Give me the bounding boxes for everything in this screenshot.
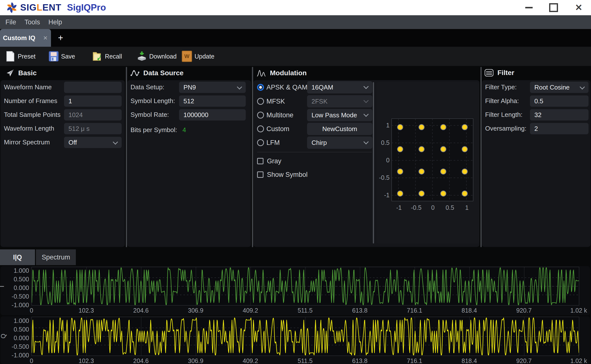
filter-length-label: Filter Length: xyxy=(485,111,523,119)
qam-type-select[interactable]: 16QAM xyxy=(307,81,372,93)
title-bar: SIGLENT SigIQPro ✕ xyxy=(0,0,591,15)
chevron-down-icon xyxy=(113,139,118,145)
oversampling-input[interactable]: 2 xyxy=(530,123,589,134)
data-source-icon xyxy=(131,69,139,77)
mfsk-radio-label: MFSK xyxy=(266,98,285,105)
i_trace-y-tick: 0.000 xyxy=(0,284,29,291)
i_trace-x-tick: 716.1 xyxy=(400,307,429,314)
menu-tools[interactable]: Tools xyxy=(25,18,40,26)
maximize-button[interactable] xyxy=(545,0,562,15)
filter-type-label: Filter Type: xyxy=(485,83,517,91)
number-of-frames-input[interactable]: 1 xyxy=(64,95,122,107)
q_trace-x-tick: 818.4 xyxy=(455,357,484,364)
multitone-radio[interactable] xyxy=(257,112,264,119)
constellation-point xyxy=(419,191,424,196)
update-button[interactable]: W Update xyxy=(182,47,214,66)
modulation-scrollbar[interactable] xyxy=(373,82,374,243)
save-button[interactable]: Save xyxy=(49,47,75,66)
brand-wordmark: SIGLENT xyxy=(20,2,61,13)
panel-splitter[interactable] xyxy=(252,67,253,247)
show-symbol-checkbox-label: Show Symbol xyxy=(267,171,308,179)
menu-help[interactable]: Help xyxy=(49,18,62,26)
waveform-length-value: 512 μ s xyxy=(64,123,122,134)
oversampling-label: Oversampling: xyxy=(485,125,526,132)
constellation-point xyxy=(462,191,467,196)
i_trace-x-tick: 0 xyxy=(17,307,46,314)
i_trace-x-tick: 818.4 xyxy=(455,307,484,314)
download-device-icon xyxy=(137,51,147,62)
mirror-spectrum-select[interactable]: Off xyxy=(64,137,122,148)
mfsk-radio[interactable] xyxy=(257,98,264,105)
constellation-x-tick: -1 xyxy=(389,204,409,211)
toolbar: Preset Save Recall Download W Update xyxy=(0,47,591,66)
filter-icon xyxy=(485,69,493,76)
symbol-length-input[interactable]: 512 xyxy=(179,95,246,107)
bits-per-symbol-label: Bits per Symbol: xyxy=(131,126,177,134)
mfsk-type-select: 2FSK xyxy=(307,95,372,107)
close-button[interactable]: ✕ xyxy=(570,0,587,15)
tab-spectrum[interactable]: Spectrum xyxy=(36,249,76,265)
preset-button[interactable]: Preset xyxy=(5,47,35,66)
q_trace-x-tick: 204.6 xyxy=(126,357,156,364)
recall-button[interactable]: Recall xyxy=(93,47,122,66)
waveform-name-input[interactable] xyxy=(64,82,122,93)
i_trace-x-tick: 306.9 xyxy=(181,307,211,314)
i_trace-x-tick: 511.5 xyxy=(290,307,320,314)
minimize-button[interactable] xyxy=(520,0,538,15)
modulation-icon xyxy=(257,69,266,77)
multitone-mode-select[interactable]: Low Pass Mode xyxy=(307,109,372,121)
close-icon: ✕ xyxy=(575,3,582,12)
data-setup-select[interactable]: PN9 xyxy=(179,82,246,93)
new-custom-button[interactable]: NewCustom xyxy=(307,123,372,135)
update-icon: W xyxy=(182,51,192,62)
data-source-panel-header: Data Source xyxy=(131,69,183,77)
filter-alpha-input[interactable]: 0.5 xyxy=(530,95,589,107)
q-waveform-container: Q 1.0000.5000.000-0.500-1.0000102.3204.6… xyxy=(0,316,590,364)
q_trace-x-tick: 511.5 xyxy=(290,357,320,364)
menu-file[interactable]: File xyxy=(5,18,16,26)
preset-document-icon xyxy=(5,51,15,62)
lfm-type-select[interactable]: Chirp xyxy=(307,136,372,149)
custom-radio[interactable] xyxy=(257,125,264,132)
constellation-y-tick: -1 xyxy=(376,192,390,199)
download-button[interactable]: Download xyxy=(137,47,177,66)
symbol-length-label: Symbol Length: xyxy=(131,97,175,105)
constellation-point xyxy=(419,169,424,174)
waveform-name-label: Waveform Name xyxy=(4,83,52,91)
symbol-rate-input[interactable]: 1000000 xyxy=(179,109,246,121)
constellation-container: 10.50-0.5-1-1-0.500.51 xyxy=(376,82,479,243)
chevron-down-icon xyxy=(363,84,369,89)
filter-type-select[interactable]: Root Cosine xyxy=(530,82,589,93)
chevron-down-icon xyxy=(363,98,369,103)
basic-icon xyxy=(6,69,14,77)
show-symbol-checkbox[interactable] xyxy=(257,171,263,178)
gray-checkbox-label: Gray xyxy=(267,157,281,165)
minimize-icon xyxy=(525,7,533,8)
filter-length-input[interactable]: 32 xyxy=(530,109,589,121)
chevron-down-icon xyxy=(363,139,369,144)
add-tab-button[interactable]: + xyxy=(55,32,66,43)
i_trace-x-tick: 409.2 xyxy=(236,307,265,314)
tab-close-icon[interactable]: × xyxy=(43,34,48,42)
tab-custom-iq[interactable]: Custom IQ × xyxy=(0,29,51,47)
app-title: SigIQPro xyxy=(67,2,106,13)
i_trace-x-tick: 1.02 k xyxy=(564,307,591,314)
panel-splitter[interactable] xyxy=(126,67,127,247)
gray-checkbox[interactable] xyxy=(257,158,263,164)
filter-alpha-label: Filter Alpha: xyxy=(485,97,519,105)
i_trace-y-tick: 1.000 xyxy=(0,267,29,274)
chevron-down-icon xyxy=(237,84,242,90)
i_trace-x-tick: 613.8 xyxy=(345,307,375,314)
constellation-point xyxy=(462,124,467,130)
panel-splitter[interactable] xyxy=(480,67,482,247)
apsk-qam-radio[interactable] xyxy=(257,84,264,91)
lfm-radio[interactable] xyxy=(257,139,264,146)
tab-iq[interactable]: I|Q xyxy=(0,249,35,265)
q-waveform-plot xyxy=(32,317,579,356)
q_trace-x-tick: 920.7 xyxy=(509,357,539,364)
q_trace-x-tick: 0 xyxy=(17,357,46,364)
i_trace-x-tick: 920.7 xyxy=(509,307,539,314)
q_trace-x-tick: 409.2 xyxy=(236,357,265,364)
constellation-point xyxy=(419,124,424,130)
i_trace-svg xyxy=(32,267,579,305)
